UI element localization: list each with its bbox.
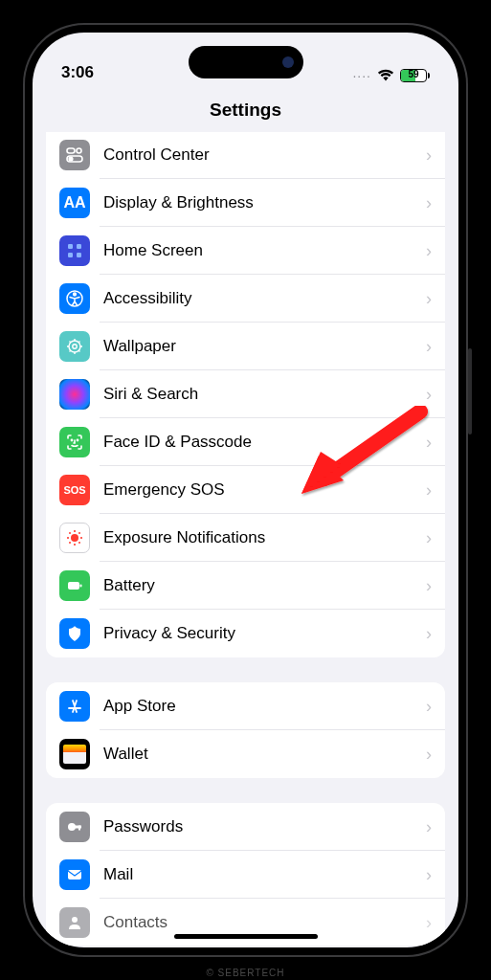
svg-rect-0 [67,148,75,153]
screen: 3:06 ···· 59 Settings [33,33,458,947]
svg-point-16 [74,544,76,546]
svg-rect-6 [68,253,73,257]
side-button [468,348,472,434]
svg-rect-28 [68,870,81,880]
sos-icon: SOS [59,475,90,505]
svg-point-17 [67,537,69,539]
row-label: Accessibility [103,289,426,308]
chevron-right-icon: › [426,697,432,717]
chevron-right-icon: › [426,528,432,548]
chevron-right-icon: › [426,817,432,837]
svg-rect-24 [80,585,82,588]
row-privacy-security[interactable]: Privacy & Security › [46,610,445,657]
row-label: Passwords [103,817,426,836]
svg-rect-5 [77,244,81,249]
row-label: Display & Brightness [103,193,426,212]
svg-point-29 [72,917,78,923]
privacy-icon [59,618,90,649]
svg-point-3 [69,157,73,161]
chevron-right-icon: › [426,865,432,885]
row-exposure-notifications[interactable]: Exposure Notifications › [46,514,445,562]
row-label: Mail [103,865,426,884]
status-right: ···· 59 [352,69,430,82]
chevron-right-icon: › [426,480,432,501]
cellular-dots-icon: ···· [352,69,371,82]
chevron-right-icon: › [426,576,432,596]
dynamic-island [189,46,303,78]
home-indicator[interactable] [174,934,318,939]
svg-point-15 [74,530,76,532]
row-label: Home Screen [103,241,426,260]
svg-point-19 [69,532,71,534]
row-accessibility[interactable]: Accessibility › [46,275,445,323]
row-siri-search[interactable]: Siri & Search › [46,370,445,418]
svg-point-12 [71,439,72,440]
chevron-right-icon: › [426,385,432,405]
row-wallet[interactable]: Wallet › [46,730,445,778]
wallet-icon [59,739,90,769]
svg-rect-7 [77,253,81,257]
mail-icon [59,859,90,890]
svg-point-13 [77,439,78,440]
battery-icon: 59 [400,69,430,82]
row-app-store[interactable]: App Store › [46,682,445,730]
home-screen-icon [59,235,90,266]
chevron-right-icon: › [426,289,432,309]
row-label: Privacy & Security [103,624,426,643]
svg-point-11 [73,345,77,348]
row-label: Wallpaper [103,337,426,356]
svg-point-18 [80,537,82,539]
chevron-right-icon: › [426,745,432,765]
row-label: Face ID & Passcode [103,433,426,452]
chevron-right-icon: › [426,433,432,453]
chevron-right-icon: › [426,913,432,933]
row-label: Siri & Search [103,385,426,404]
passwords-icon [59,812,90,842]
chevron-right-icon: › [426,193,432,213]
control-center-icon [59,140,90,170]
siri-icon [59,379,90,410]
svg-point-9 [74,293,77,296]
display-icon: AA [59,188,90,218]
row-mail[interactable]: Mail › [46,851,445,899]
page-title: Settings [33,86,458,132]
row-battery[interactable]: Battery › [46,562,445,610]
svg-rect-27 [78,826,80,831]
exposure-icon [59,523,90,553]
row-label: Control Center [103,145,426,165]
row-label: App Store [103,697,426,716]
battery-settings-icon [59,570,90,601]
row-faceid-passcode[interactable]: Face ID & Passcode › [46,418,445,466]
row-label: Battery [103,576,426,595]
row-display-brightness[interactable]: AA Display & Brightness › [46,179,445,227]
svg-rect-23 [68,582,79,590]
svg-rect-4 [68,244,73,249]
accessibility-icon [59,283,90,314]
svg-point-1 [77,148,81,153]
svg-point-14 [71,534,78,542]
chevron-right-icon: › [426,624,432,644]
row-label: Contacts [103,913,426,932]
phone-frame: 3:06 ···· 59 Settings [23,23,468,957]
row-label: Wallet [103,745,426,764]
chevron-right-icon: › [426,145,432,166]
row-wallpaper[interactable]: Wallpaper › [46,323,445,370]
row-home-screen[interactable]: Home Screen › [46,227,445,275]
appstore-icon [59,691,90,722]
row-label: Exposure Notifications [103,528,426,547]
settings-group-1: Control Center › AA Display & Brightness… [46,132,445,657]
settings-list[interactable]: Control Center › AA Display & Brightness… [33,132,458,946]
svg-point-21 [69,542,71,544]
settings-group-2: App Store › Wallet › [46,682,445,778]
chevron-right-icon: › [426,241,432,261]
faceid-icon [59,427,90,457]
svg-point-20 [78,532,80,534]
row-passwords[interactable]: Passwords › [46,803,445,851]
row-emergency-sos[interactable]: SOS Emergency SOS › [46,466,445,514]
row-control-center[interactable]: Control Center › [46,132,445,179]
row-label: Emergency SOS [103,480,426,500]
wifi-icon [377,69,394,82]
wallpaper-icon [59,331,90,362]
contacts-icon [59,907,90,938]
chevron-right-icon: › [426,337,432,357]
